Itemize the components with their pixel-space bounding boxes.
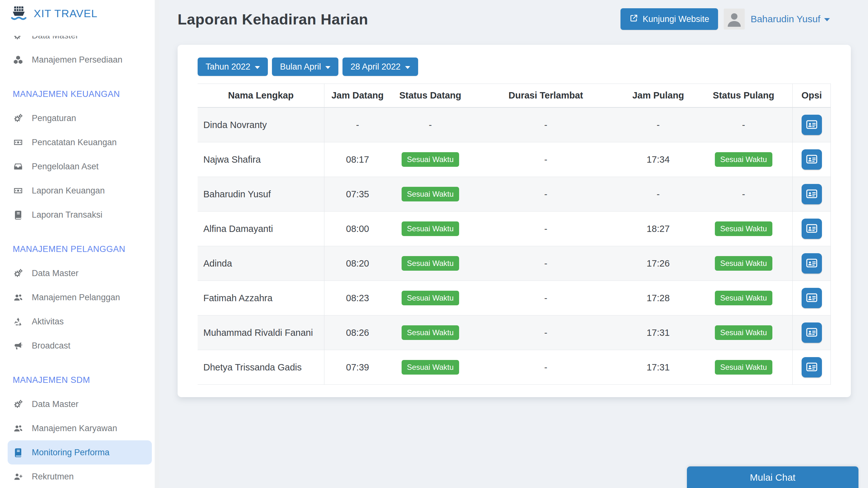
filter-label: Tahun 2022 <box>206 62 250 72</box>
status-badge: Sesuai Waktu <box>715 325 772 340</box>
money-bill-icon <box>13 138 24 147</box>
sidebar-item-label: Laporan Transaksi <box>32 210 102 220</box>
value-cell: - <box>391 108 470 142</box>
status-cell: Sesuai Waktu <box>391 142 470 177</box>
time-cell: 17:26 <box>622 246 694 281</box>
inbox-icon <box>13 162 24 171</box>
row-detail-button[interactable] <box>802 323 822 343</box>
filter-button-bulan-april[interactable]: Bulan April <box>272 58 338 76</box>
sidebar-section-title: MANAJEMEN SDM <box>0 368 159 392</box>
row-detail-button[interactable] <box>802 184 822 204</box>
sidebar-section-title: MANAJEMEN PELANGGAN <box>0 237 159 261</box>
cogs-icon <box>13 114 24 123</box>
sidebar-item-laporan-transaksi[interactable]: Laporan Transaksi <box>0 203 159 227</box>
filter-button-28-april-2022[interactable]: 28 April 2022 <box>342 58 418 76</box>
employee-name-cell: Najwa Shafira <box>197 142 324 177</box>
cogs-icon <box>13 399 24 409</box>
time-cell: 08:23 <box>324 281 391 315</box>
options-cell <box>793 281 831 315</box>
user-menu[interactable]: Baharudin Yusuf <box>750 14 830 25</box>
status-cell: Sesuai Waktu <box>391 350 470 385</box>
start-chat-button[interactable]: Mulai Chat <box>687 466 859 488</box>
sidebar-item-pengaturan[interactable]: Pengaturan <box>0 106 159 130</box>
time-cell: 08:26 <box>324 315 391 350</box>
visit-website-button[interactable]: Kunjungi Website <box>620 8 718 30</box>
visit-website-label: Kunjungi Website <box>643 14 709 24</box>
status-cell: Sesuai Waktu <box>391 281 470 315</box>
row-detail-button[interactable] <box>802 219 822 239</box>
sidebar-item-monitoring-performa[interactable]: Monitoring Performa <box>8 440 152 464</box>
page-title: Laporan Kehadiran Harian <box>178 10 368 28</box>
sidebar-item-data-master[interactable]: Data Master <box>0 392 159 416</box>
avatar[interactable] <box>724 8 745 30</box>
caret-down-icon <box>824 18 830 21</box>
time-cell: 08:20 <box>324 246 391 281</box>
caret-down-icon <box>255 66 260 69</box>
options-cell <box>793 350 831 385</box>
sidebar-item-pengelolaan-aset[interactable]: Pengelolaan Aset <box>0 154 159 179</box>
status-badge: Sesuai Waktu <box>402 152 459 167</box>
address-card-icon <box>806 223 817 235</box>
filter-label: Bulan April <box>280 62 321 72</box>
sidebar-item-manajemen-karyawan[interactable]: Manajemen Karyawan <box>0 416 159 440</box>
row-detail-button[interactable] <box>802 357 822 377</box>
status-cell: Sesuai Waktu <box>694 281 793 315</box>
table-row: Baharudin Yusuf07:35Sesuai Waktu--- <box>197 177 831 212</box>
status-cell: Sesuai Waktu <box>391 246 470 281</box>
table-row: Adinda08:20Sesuai Waktu-17:26Sesuai Wakt… <box>197 246 831 281</box>
sidebar-item-manajemen-pelanggan[interactable]: Manajemen Pelanggan <box>0 285 159 309</box>
sidebar-item-data-master[interactable]: Data Master <box>0 261 159 285</box>
person-icon <box>725 10 743 30</box>
time-cell: 17:31 <box>622 350 694 385</box>
address-card-icon <box>806 119 817 131</box>
sidebar-item-aktivitas[interactable]: Aktivitas <box>0 309 159 334</box>
employee-name-cell: Dhetya Trissanda Gadis <box>197 350 324 385</box>
row-detail-button[interactable] <box>802 149 822 170</box>
table-row: Dhetya Trissanda Gadis07:39Sesuai Waktu-… <box>197 350 831 385</box>
table-body: Dinda Novranty-----Najwa Shafira08:17Ses… <box>197 108 831 385</box>
sidebar-item-rekrutmen[interactable]: Rekrutmen <box>0 464 159 488</box>
cubes-icon <box>13 55 24 64</box>
book-icon <box>13 448 24 457</box>
book-icon <box>13 210 24 219</box>
sidebar-nav: Data MasterManajemen PersediaanMANAJEMEN… <box>0 24 159 488</box>
column-header-durasi-terlambat: Durasi Terlambat <box>470 84 622 108</box>
brand[interactable]: XIT TRAVEL <box>0 0 159 36</box>
status-badge: Sesuai Waktu <box>715 256 772 271</box>
row-detail-button[interactable] <box>802 288 822 308</box>
external-link-icon <box>629 14 638 25</box>
value-cell: - <box>694 177 793 212</box>
employee-name-cell: Adinda <box>197 246 324 281</box>
sidebar-item-label: Manajemen Karyawan <box>32 424 117 433</box>
sidebar-item-label: Aktivitas <box>32 317 64 327</box>
filter-button-tahun-2022[interactable]: Tahun 2022 <box>197 58 268 76</box>
sidebar-item-label: Rekrutmen <box>32 472 74 482</box>
employee-name-cell: Dinda Novranty <box>197 108 324 142</box>
column-header-nama-lengkap: Nama Lengkap <box>197 84 324 108</box>
value-cell: - <box>470 142 622 177</box>
address-card-icon <box>806 292 817 304</box>
table-row: Najwa Shafira08:17Sesuai Waktu-17:34Sesu… <box>197 142 831 177</box>
time-cell: 17:34 <box>622 142 694 177</box>
sidebar: XIT TRAVEL Data MasterManajemen Persedia… <box>0 0 159 488</box>
money-bill-icon <box>13 186 24 195</box>
status-badge: Sesuai Waktu <box>715 221 772 236</box>
sidebar-item-pencatatan-keuangan[interactable]: Pencatatan Keuangan <box>0 130 159 154</box>
status-cell: Sesuai Waktu <box>391 177 470 212</box>
row-detail-button[interactable] <box>802 253 822 274</box>
users-icon <box>13 293 24 302</box>
caret-down-icon <box>405 66 410 69</box>
sidebar-item-broadcast[interactable]: Broadcast <box>0 334 159 358</box>
main-content: Laporan Kehadiran Harian Kunjungi Websit… <box>159 0 868 488</box>
attendance-table: Nama LengkapJam DatangStatus DatangDuras… <box>197 84 831 385</box>
sidebar-item-label: Pengaturan <box>32 114 76 123</box>
sidebar-item-laporan-keuangan[interactable]: Laporan Keuangan <box>0 179 159 203</box>
sidebar-scrollbar[interactable] <box>155 0 159 488</box>
row-detail-button[interactable] <box>802 115 822 135</box>
sidebar-section-title: MANAJEMEN KEUANGAN <box>0 82 159 106</box>
filter-bar: Tahun 2022Bulan April28 April 2022 <box>197 58 831 76</box>
options-cell <box>793 177 831 212</box>
sidebar-item-manajemen-persediaan[interactable]: Manajemen Persediaan <box>0 48 159 72</box>
status-badge: Sesuai Waktu <box>402 221 459 236</box>
address-card-icon <box>806 188 817 201</box>
